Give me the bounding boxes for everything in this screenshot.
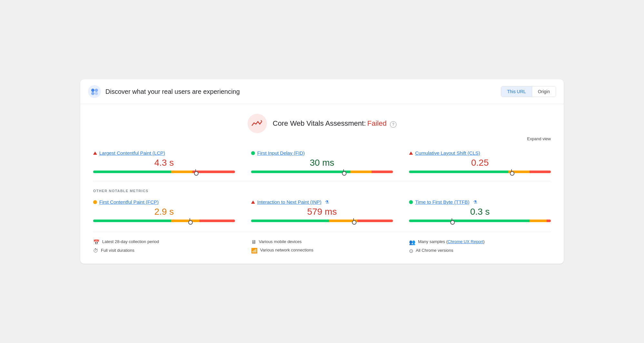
footer-item-icon: 👥 <box>409 239 415 245</box>
other-metrics-label: OTHER NOTABLE METRICS <box>93 189 551 193</box>
assessment-status: Failed <box>367 119 387 127</box>
metric-value-inp: 579 ms <box>251 207 393 217</box>
card-body: Core Web Vitals Assessment: Failed ? Exp… <box>80 104 564 264</box>
metric-title-row-fcp: First Contentful Paint (FCP) <box>93 199 235 205</box>
metric-title-row-fid: First Input Delay (FID) <box>251 150 393 156</box>
metric-value-fid: 30 ms <box>251 158 393 168</box>
metric-bar-inp <box>251 220 393 222</box>
metric-bar-lcp <box>93 171 235 173</box>
status-triangle <box>93 152 97 155</box>
status-triangle <box>251 201 255 204</box>
svg-point-3 <box>91 92 94 95</box>
metric-fcp: First Contentful Paint (FCP)2.9 s <box>93 199 235 222</box>
assessment-center: Core Web Vitals Assessment: Failed ? <box>248 114 396 133</box>
svg-point-0 <box>88 85 101 98</box>
footer-info: 📅Latest 28-day collection period⏱Full vi… <box>93 232 551 254</box>
metric-title-row-ttfb: Time to First Byte (TTFB)⚗ <box>409 199 551 205</box>
logo-icon <box>88 85 101 98</box>
metric-bar-marker-fid <box>343 169 344 174</box>
assessment-text: Core Web Vitals Assessment: Failed ? <box>273 119 396 128</box>
metric-bar-fid <box>251 171 393 173</box>
help-icon[interactable]: ? <box>390 121 396 128</box>
footer-item-text: All Chrome versions <box>416 248 453 253</box>
footer-item-1-0: 🖥Various mobile devices <box>251 239 393 245</box>
footer-item-text: Full visit durations <box>101 248 134 253</box>
metric-bar-marker-cls <box>511 169 512 174</box>
footer-item-0-1: ⏱Full visit durations <box>93 248 235 254</box>
metric-bar-marker-lcp <box>195 169 196 174</box>
footer-item-2-1: ⊙All Chrome versions <box>409 248 551 254</box>
metric-bar-marker-fcp <box>190 218 190 223</box>
footer-item-1-1: 📶Various network connections <box>251 248 393 254</box>
status-dot <box>409 200 413 204</box>
footer-item-2-0: 👥Many samples (Chrome UX Report) <box>409 239 551 245</box>
metric-fid: First Input Delay (FID)30 ms <box>251 150 393 173</box>
metric-bar-cls <box>409 171 551 173</box>
footer-item-icon: 📶 <box>251 248 258 254</box>
metric-bar-ttfb <box>409 220 551 222</box>
failed-wave-icon <box>251 120 263 127</box>
metric-value-fcp: 2.9 s <box>93 207 235 217</box>
metric-title-lcp[interactable]: Largest Contentful Paint (LCP) <box>99 150 165 156</box>
header: Discover what your real users are experi… <box>80 79 564 104</box>
metric-title-row-inp: Interaction to Next Paint (INP)⚗ <box>251 199 393 205</box>
main-card: Discover what your real users are experi… <box>80 79 564 264</box>
metric-title-row-cls: Cumulative Layout Shift (CLS) <box>409 150 551 156</box>
this-url-button[interactable]: This URL <box>501 86 532 97</box>
metric-cls: Cumulative Layout Shift (CLS)0.25 <box>409 150 551 173</box>
header-buttons: This URL Origin <box>501 86 556 97</box>
metric-bar-marker-inp <box>353 218 354 223</box>
metric-inp: Interaction to Next Paint (INP)⚗579 ms <box>251 199 393 222</box>
divider <box>93 181 551 181</box>
metric-title-inp[interactable]: Interaction to Next Paint (INP) <box>257 199 321 205</box>
flask-icon: ⚗ <box>325 200 329 205</box>
origin-button[interactable]: Origin <box>532 86 556 97</box>
core-metrics-grid: Largest Contentful Paint (LCP)4.3 sFirst… <box>93 150 551 173</box>
status-dot <box>93 200 97 204</box>
metric-title-row-lcp: Largest Contentful Paint (LCP) <box>93 150 235 156</box>
assessment-label: Core Web Vitals Assessment: <box>273 119 366 127</box>
metric-title-fid[interactable]: First Input Delay (FID) <box>257 150 305 156</box>
metric-ttfb: Time to First Byte (TTFB)⚗0.3 s <box>409 199 551 222</box>
header-left: Discover what your real users are experi… <box>88 85 240 98</box>
metric-title-fcp[interactable]: First Contentful Paint (FCP) <box>99 199 159 205</box>
status-triangle <box>409 152 413 155</box>
metric-title-ttfb[interactable]: Time to First Byte (TTFB) <box>415 199 470 205</box>
svg-point-4 <box>95 92 98 95</box>
status-dot <box>251 151 255 155</box>
header-title: Discover what your real users are experi… <box>105 88 240 95</box>
chrome-ux-report-link[interactable]: Chrome UX Report <box>448 239 483 244</box>
metric-value-cls: 0.25 <box>409 158 551 168</box>
svg-point-1 <box>91 89 94 92</box>
expand-view[interactable]: Expand view <box>93 136 551 141</box>
footer-col-1: 🖥Various mobile devices📶Various network … <box>251 239 393 254</box>
footer-item-icon: 🖥 <box>251 239 256 245</box>
metric-title-cls[interactable]: Cumulative Layout Shift (CLS) <box>415 150 480 156</box>
footer-col-2: 👥Many samples (Chrome UX Report)⊙All Chr… <box>409 239 551 254</box>
footer-item-text: Various mobile devices <box>259 239 302 244</box>
footer-item-text: Many samples (Chrome UX Report) <box>418 239 485 244</box>
flask-icon: ⚗ <box>473 200 477 205</box>
metric-bar-marker-ttfb <box>452 218 452 223</box>
footer-item-0-0: 📅Latest 28-day collection period <box>93 239 235 245</box>
assessment-header-wrap: Core Web Vitals Assessment: Failed ? <box>93 114 551 133</box>
footer-item-icon: ⊙ <box>409 248 413 254</box>
metric-lcp: Largest Contentful Paint (LCP)4.3 s <box>93 150 235 173</box>
footer-item-icon: ⏱ <box>93 248 98 254</box>
metric-bar-fcp <box>93 220 235 222</box>
metric-value-ttfb: 0.3 s <box>409 207 551 217</box>
other-metrics-grid: First Contentful Paint (FCP)2.9 sInterac… <box>93 199 551 222</box>
footer-col-0: 📅Latest 28-day collection period⏱Full vi… <box>93 239 235 254</box>
svg-point-2 <box>95 89 98 92</box>
metric-value-lcp: 4.3 s <box>93 158 235 168</box>
assessment-icon <box>248 114 267 133</box>
footer-item-text: Various network connections <box>260 248 313 252</box>
footer-item-icon: 📅 <box>93 239 100 245</box>
svg-marker-5 <box>260 120 262 122</box>
footer-item-text: Latest 28-day collection period <box>102 239 159 244</box>
